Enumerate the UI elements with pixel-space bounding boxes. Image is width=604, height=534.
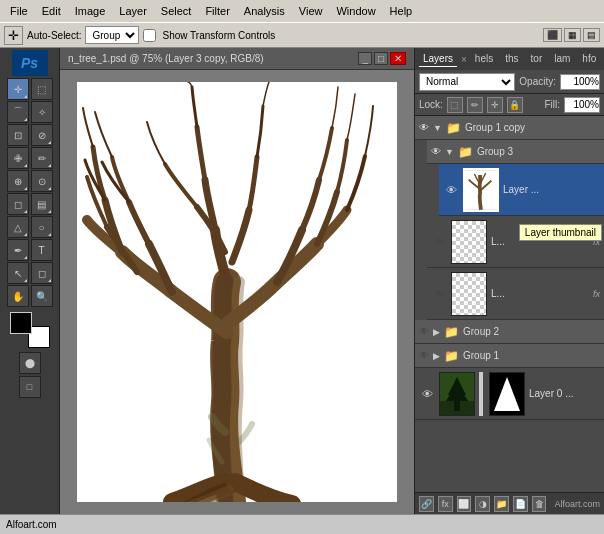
delete-layer-btn[interactable]: 🗑 <box>532 496 547 512</box>
group1copy-folder-icon: 📁 <box>446 121 461 135</box>
magic-wand-tool[interactable]: ✧ <box>31 101 53 123</box>
layer-mask-btn[interactable]: ⬜ <box>457 496 472 512</box>
group-1-copy-header[interactable]: 👁 ▼ 📁 Group 1 copy <box>415 116 604 140</box>
watermark-text: Alfoart.com <box>554 499 600 509</box>
layers-panel: Layers × hels ths tor lam hfo Normal Mul… <box>414 48 604 514</box>
canvas-close-btn[interactable]: ✕ <box>390 52 406 65</box>
group3-eye[interactable]: 👁 <box>431 146 441 157</box>
group1-chevron[interactable]: ▶ <box>433 351 440 361</box>
brush-tool[interactable]: ✏ <box>31 147 53 169</box>
group1copy-chevron[interactable]: ▼ <box>433 123 442 133</box>
fill-input[interactable] <box>564 97 600 113</box>
slice-tool[interactable]: ⊘ <box>31 124 53 146</box>
lock-transparent-btn[interactable]: ⬚ <box>447 97 463 113</box>
screen-mode-btn[interactable]: □ <box>19 376 41 398</box>
move-tool[interactable]: ✛ <box>7 78 29 100</box>
zoom-tool[interactable]: 🔍 <box>31 285 53 307</box>
tab-layers[interactable]: Layers <box>419 51 457 67</box>
menu-analysis[interactable]: Analysis <box>238 3 291 19</box>
lock-image-btn[interactable]: ✏ <box>467 97 483 113</box>
new-group-btn[interactable]: 📁 <box>494 496 509 512</box>
canvas-maximize-btn[interactable]: □ <box>374 52 388 65</box>
clone-tool[interactable]: ⊕ <box>7 170 29 192</box>
lasso-tool[interactable]: ⌒ <box>7 101 29 123</box>
layer3copy-eye[interactable]: 👁 <box>443 182 459 198</box>
menu-view[interactable]: View <box>293 3 329 19</box>
new-layer-btn[interactable]: 📄 <box>513 496 528 512</box>
selection-tool[interactable]: ⬚ <box>31 78 53 100</box>
lock-all-btn[interactable]: 🔒 <box>507 97 523 113</box>
align-btn2[interactable]: ▦ <box>564 28 581 42</box>
group1-name: Group 1 <box>463 350 600 361</box>
group2-folder-icon: 📁 <box>444 325 459 339</box>
tab-hfo[interactable]: hfo <box>578 51 600 67</box>
group-1-header[interactable]: 👁 ▶ 📁 Group 1 <box>415 344 604 368</box>
group3-chevron[interactable]: ▼ <box>445 147 454 157</box>
fg-bg-colors[interactable] <box>10 312 50 348</box>
menu-window[interactable]: Window <box>330 3 381 19</box>
link-layers-btn[interactable]: 🔗 <box>419 496 434 512</box>
canvas-area: n_tree_1.psd @ 75% (Layer 3 copy, RGB/8)… <box>60 48 414 514</box>
layer0-eye[interactable]: 👁 <box>419 386 435 402</box>
layerfx2-eye[interactable]: 👁 <box>431 286 447 302</box>
blur-tool[interactable]: △ <box>7 216 29 238</box>
align-btn3[interactable]: ▤ <box>583 28 600 42</box>
layer-fx-2[interactable]: 👁 L... fx <box>427 268 604 320</box>
group1copy-name: Group 1 copy <box>465 122 600 133</box>
tab-lam[interactable]: lam <box>550 51 574 67</box>
group1-eye[interactable]: 👁 <box>419 350 429 361</box>
quick-mask-btn[interactable]: ⬤ <box>19 352 41 374</box>
layer-list[interactable]: 👁 ▼ 📁 Group 1 copy 👁 ▼ 📁 Group 3 👁 <box>415 116 604 492</box>
canvas-minimize-btn[interactable]: _ <box>358 52 372 65</box>
shape-tool[interactable]: ◻ <box>31 262 53 284</box>
auto-select-label: Auto-Select: <box>27 30 81 41</box>
path-selection-tool[interactable]: ↖ <box>7 262 29 284</box>
toolbar: ✛ Auto-Select: Group Layer Show Transfor… <box>0 22 604 48</box>
eraser-tool[interactable]: ◻ <box>7 193 29 215</box>
menu-help[interactable]: Help <box>384 3 419 19</box>
group-2-header[interactable]: 👁 ▶ 📁 Group 2 <box>415 320 604 344</box>
tab-ths[interactable]: ths <box>501 51 522 67</box>
crop-tool[interactable]: ⊡ <box>7 124 29 146</box>
move-tool-button[interactable]: ✛ <box>4 26 23 45</box>
tab-tor[interactable]: tor <box>527 51 547 67</box>
auto-select-dropdown[interactable]: Group Layer <box>85 26 139 44</box>
group2-eye[interactable]: 👁 <box>419 326 429 337</box>
healing-tool[interactable]: ✙ <box>7 147 29 169</box>
pen-tool[interactable]: ✒ <box>7 239 29 261</box>
align-btn1[interactable]: ⬛ <box>543 28 562 42</box>
status-text: Alfoart.com <box>6 519 57 530</box>
menu-layer[interactable]: Layer <box>113 3 153 19</box>
layers-blend-row: Normal Multiply Screen Opacity: <box>415 70 604 94</box>
show-transform-checkbox[interactable] <box>143 29 156 42</box>
layers-bottom-bar: 🔗 fx ⬜ ◑ 📁 📄 🗑 Alfoart.com <box>415 492 604 514</box>
layer-0[interactable]: 👁 <box>415 368 604 420</box>
menu-file[interactable]: File <box>4 3 34 19</box>
opacity-input[interactable] <box>560 74 600 90</box>
layer-3-copy[interactable]: 👁 Layer ... Layer thumbnail <box>439 164 604 216</box>
layerfx1-eye[interactable]: 👁 <box>431 234 447 250</box>
lock-position-btn[interactable]: ✛ <box>487 97 503 113</box>
hand-tool[interactable]: ✋ <box>7 285 29 307</box>
blend-mode-dropdown[interactable]: Normal Multiply Screen <box>419 73 515 91</box>
text-tool[interactable]: T <box>31 239 53 261</box>
gradient-tool[interactable]: ▤ <box>31 193 53 215</box>
menu-filter[interactable]: Filter <box>199 3 235 19</box>
group1copy-eye[interactable]: 👁 <box>419 122 429 133</box>
group-3-header[interactable]: 👁 ▼ 📁 Group 3 <box>427 140 604 164</box>
layer3copy-name: Layer ... <box>503 184 600 195</box>
history-tool[interactable]: ⊙ <box>31 170 53 192</box>
menu-edit[interactable]: Edit <box>36 3 67 19</box>
menu-image[interactable]: Image <box>69 3 112 19</box>
layer0-name: Layer 0 ... <box>529 388 600 399</box>
group3-name: Group 3 <box>477 146 600 157</box>
canvas-tab[interactable]: n_tree_1.psd @ 75% (Layer 3 copy, RGB/8)… <box>60 48 414 70</box>
group2-chevron[interactable]: ▶ <box>433 327 440 337</box>
tab-hels[interactable]: hels <box>471 51 497 67</box>
foreground-color[interactable] <box>10 312 32 334</box>
adjustment-layer-btn[interactable]: ◑ <box>475 496 490 512</box>
dodge-tool[interactable]: ○ <box>31 216 53 238</box>
layer0-mask-link <box>479 372 483 416</box>
layer-styles-btn[interactable]: fx <box>438 496 453 512</box>
menu-select[interactable]: Select <box>155 3 198 19</box>
